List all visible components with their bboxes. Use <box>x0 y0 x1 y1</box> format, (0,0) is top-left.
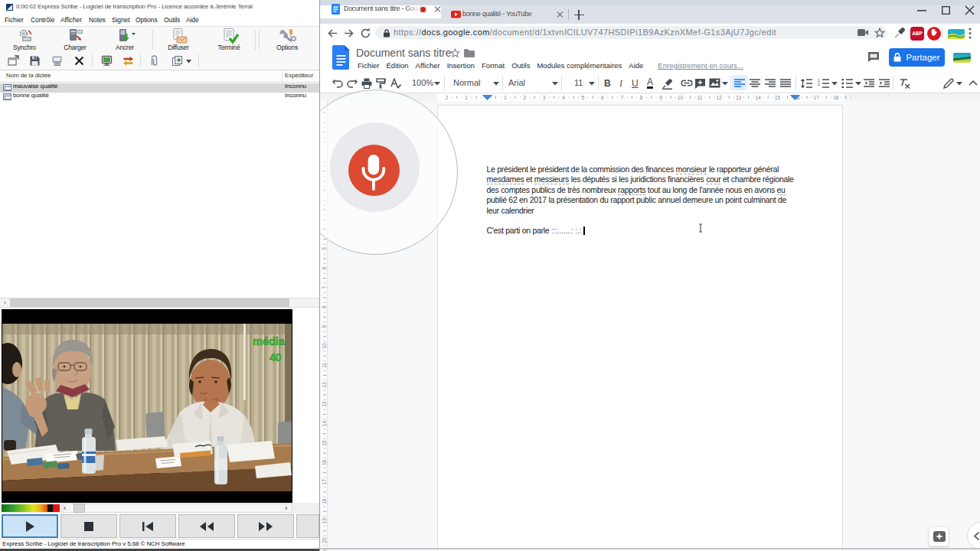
svg-text:13: 13 <box>736 95 742 100</box>
svg-text:20: 20 <box>322 537 327 543</box>
svg-text:2: 2 <box>523 95 526 100</box>
svg-text:6: 6 <box>322 266 327 269</box>
svg-text:18: 18 <box>833 95 839 100</box>
svg-text:1: 1 <box>465 95 468 100</box>
svg-text:3: 3 <box>543 95 546 100</box>
svg-text:9: 9 <box>322 324 327 328</box>
svg-text:18: 18 <box>322 498 327 504</box>
svg-text:11: 11 <box>322 363 327 368</box>
svg-text:14: 14 <box>755 95 761 100</box>
svg-text:16: 16 <box>322 459 327 465</box>
svg-text:6: 6 <box>601 95 604 100</box>
svg-text:12: 12 <box>717 95 723 100</box>
svg-text:15: 15 <box>322 440 327 446</box>
svg-text:13: 13 <box>322 401 327 407</box>
svg-text:15: 15 <box>775 95 781 100</box>
svg-text:11: 11 <box>697 95 702 100</box>
svg-text:17: 17 <box>322 479 327 485</box>
svg-text:10: 10 <box>678 95 684 100</box>
svg-text:9: 9 <box>659 95 662 100</box>
svg-text:8: 8 <box>322 305 327 308</box>
svg-text:12: 12 <box>322 382 327 388</box>
svg-text:8: 8 <box>640 95 643 100</box>
svg-text:40: 40 <box>270 351 282 364</box>
svg-text:2: 2 <box>818 82 820 86</box>
svg-text:10: 10 <box>322 343 327 349</box>
svg-text:5: 5 <box>582 95 585 100</box>
svg-text:2: 2 <box>446 95 449 100</box>
svg-text:17: 17 <box>814 95 820 100</box>
svg-text:5: 5 <box>322 247 327 250</box>
svg-text:14: 14 <box>322 421 327 427</box>
svg-text:7: 7 <box>620 95 623 100</box>
svg-text:1: 1 <box>504 95 507 100</box>
svg-text:7: 7 <box>322 286 327 289</box>
svg-text:19: 19 <box>322 518 327 524</box>
svg-text:média: média <box>253 335 286 347</box>
svg-text:4: 4 <box>562 95 565 100</box>
